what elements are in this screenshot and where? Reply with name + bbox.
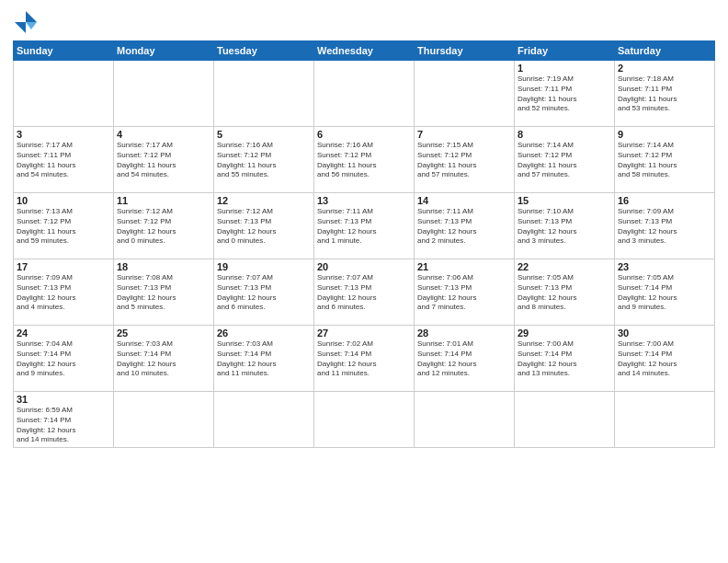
cell-info: Sunrise: 7:10 AM Sunset: 7:13 PM Dayligh… [518, 207, 611, 247]
cell-info: Sunrise: 7:14 AM Sunset: 7:12 PM Dayligh… [518, 141, 611, 180]
cell-date-number: 16 [618, 195, 711, 206]
calendar-cell: 4Sunrise: 7:17 AM Sunset: 7:12 PM Daylig… [114, 127, 214, 193]
calendar-cell [314, 392, 415, 448]
cell-info: Sunrise: 7:12 AM Sunset: 7:12 PM Dayligh… [117, 207, 210, 247]
calendar-page: SundayMondayTuesdayWednesdayThursdayFrid… [0, 0, 728, 563]
cell-date-number: 29 [518, 327, 611, 339]
cell-date-number: 14 [417, 195, 511, 206]
calendar-cell: 26Sunrise: 7:03 AM Sunset: 7:14 PM Dayli… [214, 326, 314, 392]
cell-date-number: 15 [518, 195, 611, 206]
cell-date-number: 5 [217, 129, 311, 140]
cell-date-number: 18 [117, 261, 210, 272]
calendar-row-0: 1Sunrise: 7:19 AM Sunset: 7:11 PM Daylig… [14, 61, 715, 127]
calendar-header-row: SundayMondayTuesdayWednesdayThursdayFrid… [14, 41, 715, 61]
calendar-cell [14, 61, 114, 127]
calendar-cell: 2Sunrise: 7:18 AM Sunset: 7:11 PM Daylig… [615, 61, 715, 127]
calendar-row-3: 17Sunrise: 7:09 AM Sunset: 7:13 PM Dayli… [14, 259, 715, 326]
calendar-cell: 14Sunrise: 7:11 AM Sunset: 7:13 PM Dayli… [415, 193, 515, 259]
svg-marker-1 [26, 22, 37, 29]
calendar-cell: 3Sunrise: 7:17 AM Sunset: 7:11 PM Daylig… [14, 127, 114, 193]
cell-date-number: 9 [618, 129, 711, 140]
cell-info: Sunrise: 7:11 AM Sunset: 7:13 PM Dayligh… [417, 207, 511, 247]
calendar-cell: 15Sunrise: 7:10 AM Sunset: 7:13 PM Dayli… [515, 193, 615, 259]
calendar-cell: 9Sunrise: 7:14 AM Sunset: 7:12 PM Daylig… [615, 127, 715, 193]
cell-date-number: 8 [518, 129, 611, 140]
cell-date-number: 12 [217, 195, 311, 206]
cell-info: Sunrise: 7:17 AM Sunset: 7:11 PM Dayligh… [17, 141, 110, 180]
cell-date-number: 31 [17, 394, 110, 405]
cell-info: Sunrise: 7:03 AM Sunset: 7:14 PM Dayligh… [117, 339, 210, 379]
calendar-cell: 13Sunrise: 7:11 AM Sunset: 7:13 PM Dayli… [314, 193, 415, 259]
calendar-cell: 7Sunrise: 7:15 AM Sunset: 7:12 PM Daylig… [415, 127, 515, 193]
logo [13, 9, 42, 35]
day-header-thursday: Thursday [415, 41, 515, 61]
day-header-wednesday: Wednesday [314, 41, 415, 61]
cell-date-number: 17 [17, 261, 110, 272]
cell-info: Sunrise: 7:15 AM Sunset: 7:12 PM Dayligh… [417, 141, 511, 180]
cell-date-number: 7 [417, 129, 511, 140]
cell-date-number: 19 [217, 261, 311, 272]
cell-date-number: 1 [518, 63, 611, 74]
calendar-cell: 30Sunrise: 7:00 AM Sunset: 7:14 PM Dayli… [615, 326, 715, 392]
cell-info: Sunrise: 7:02 AM Sunset: 7:14 PM Dayligh… [317, 339, 411, 379]
cell-date-number: 28 [417, 327, 511, 339]
calendar-cell [314, 61, 415, 127]
calendar-cell: 24Sunrise: 7:04 AM Sunset: 7:14 PM Dayli… [14, 326, 114, 392]
calendar-cell [114, 392, 214, 448]
day-header-saturday: Saturday [615, 41, 715, 61]
cell-date-number: 26 [217, 327, 311, 339]
cell-date-number: 20 [317, 261, 411, 272]
cell-info: Sunrise: 7:12 AM Sunset: 7:13 PM Dayligh… [217, 207, 311, 247]
day-header-sunday: Sunday [14, 41, 114, 61]
cell-info: Sunrise: 7:00 AM Sunset: 7:14 PM Dayligh… [518, 339, 611, 379]
cell-date-number: 22 [518, 261, 611, 272]
calendar-cell [515, 392, 615, 448]
calendar-cell: 21Sunrise: 7:06 AM Sunset: 7:13 PM Dayli… [415, 259, 515, 326]
cell-info: Sunrise: 7:00 AM Sunset: 7:14 PM Dayligh… [618, 339, 711, 379]
cell-info: Sunrise: 7:13 AM Sunset: 7:12 PM Dayligh… [17, 207, 110, 247]
calendar-cell: 1Sunrise: 7:19 AM Sunset: 7:11 PM Daylig… [515, 61, 615, 127]
calendar-cell: 6Sunrise: 7:16 AM Sunset: 7:12 PM Daylig… [314, 127, 415, 193]
svg-marker-0 [26, 11, 37, 22]
cell-info: Sunrise: 7:08 AM Sunset: 7:13 PM Dayligh… [117, 273, 210, 313]
cell-info: Sunrise: 7:16 AM Sunset: 7:12 PM Dayligh… [217, 141, 311, 180]
cell-date-number: 11 [117, 195, 210, 206]
cell-date-number: 4 [117, 129, 210, 140]
calendar-cell: 8Sunrise: 7:14 AM Sunset: 7:12 PM Daylig… [515, 127, 615, 193]
calendar-cell: 27Sunrise: 7:02 AM Sunset: 7:14 PM Dayli… [314, 326, 415, 392]
cell-info: Sunrise: 7:07 AM Sunset: 7:13 PM Dayligh… [317, 273, 411, 313]
cell-info: Sunrise: 7:18 AM Sunset: 7:11 PM Dayligh… [618, 75, 711, 114]
cell-info: Sunrise: 7:01 AM Sunset: 7:14 PM Dayligh… [417, 339, 511, 379]
day-header-monday: Monday [114, 41, 214, 61]
cell-info: Sunrise: 7:03 AM Sunset: 7:14 PM Dayligh… [217, 339, 311, 379]
calendar-cell: 5Sunrise: 7:16 AM Sunset: 7:12 PM Daylig… [214, 127, 314, 193]
calendar-cell [214, 61, 314, 127]
cell-info: Sunrise: 7:05 AM Sunset: 7:13 PM Dayligh… [518, 273, 611, 313]
calendar-cell [615, 392, 715, 448]
cell-info: Sunrise: 6:59 AM Sunset: 7:14 PM Dayligh… [17, 406, 110, 445]
calendar-cell: 22Sunrise: 7:05 AM Sunset: 7:13 PM Dayli… [515, 259, 615, 326]
calendar-cell: 12Sunrise: 7:12 AM Sunset: 7:13 PM Dayli… [214, 193, 314, 259]
day-header-friday: Friday [515, 41, 615, 61]
calendar-cell: 25Sunrise: 7:03 AM Sunset: 7:14 PM Dayli… [114, 326, 214, 392]
cell-date-number: 23 [618, 261, 711, 272]
cell-date-number: 2 [618, 63, 711, 74]
cell-info: Sunrise: 7:09 AM Sunset: 7:13 PM Dayligh… [618, 207, 711, 247]
calendar-cell: 19Sunrise: 7:07 AM Sunset: 7:13 PM Dayli… [214, 259, 314, 326]
cell-date-number: 13 [317, 195, 411, 206]
calendar-cell [114, 61, 214, 127]
cell-info: Sunrise: 7:05 AM Sunset: 7:14 PM Dayligh… [618, 273, 711, 313]
cell-info: Sunrise: 7:11 AM Sunset: 7:13 PM Dayligh… [317, 207, 411, 247]
calendar-row-4: 24Sunrise: 7:04 AM Sunset: 7:14 PM Dayli… [14, 326, 715, 392]
calendar-row-2: 10Sunrise: 7:13 AM Sunset: 7:12 PM Dayli… [14, 193, 715, 259]
calendar-cell [214, 392, 314, 448]
cell-date-number: 3 [17, 129, 110, 140]
cell-date-number: 25 [117, 327, 210, 339]
day-header-tuesday: Tuesday [214, 41, 314, 61]
cell-date-number: 27 [317, 327, 411, 339]
calendar-row-1: 3Sunrise: 7:17 AM Sunset: 7:11 PM Daylig… [14, 127, 715, 193]
calendar-cell [415, 392, 515, 448]
cell-date-number: 21 [417, 261, 511, 272]
calendar-table: SundayMondayTuesdayWednesdayThursdayFrid… [13, 40, 715, 448]
calendar-cell: 20Sunrise: 7:07 AM Sunset: 7:13 PM Dayli… [314, 259, 415, 326]
